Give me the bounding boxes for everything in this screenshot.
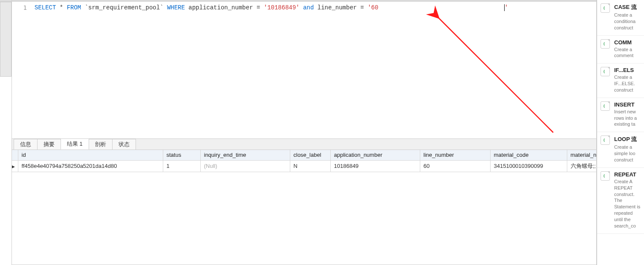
tab-status[interactable]: 状态 bbox=[112, 139, 136, 150]
snippet-title: CASE 流 bbox=[614, 3, 641, 11]
snippet-icon: ( ) bbox=[601, 171, 610, 181]
code-text[interactable]: SELECT * FROM `srm_requirement_pool` WHE… bbox=[31, 2, 596, 138]
svg-text:( ): ( ) bbox=[603, 104, 608, 108]
tab-summary[interactable]: 摘要 bbox=[37, 139, 61, 150]
snippet-title: COMM bbox=[614, 39, 641, 46]
cell-application_number[interactable]: 10186849 bbox=[330, 160, 420, 172]
cell-line_number[interactable]: 60 bbox=[420, 160, 490, 172]
snippet-title: IF...ELS bbox=[614, 67, 641, 73]
cell-id[interactable]: ff458e4e40794a758250a5201da14d80 bbox=[18, 160, 163, 172]
tab-result1[interactable]: 结果 1 bbox=[61, 138, 89, 150]
table-row[interactable]: ▶ff458e4e40794a758250a5201da14d801(Null)… bbox=[12, 160, 596, 172]
snippet-icon: ( ) bbox=[601, 3, 610, 13]
col-material_code[interactable]: material_code bbox=[490, 150, 567, 160]
snippet-title: INSERT bbox=[614, 101, 641, 108]
result-grid[interactable]: idstatusinquiry_end_timeclose_labelappli… bbox=[12, 150, 597, 265]
sql-editor[interactable]: 1 SELECT * FROM `srm_requirement_pool` W… bbox=[12, 0, 597, 139]
row-marker-icon: ▶ bbox=[12, 164, 15, 169]
col-material_n[interactable]: material_n bbox=[567, 150, 596, 160]
snippet-item[interactable]: ( )INSERTInsert new rows into a existing… bbox=[597, 98, 644, 132]
snippet-item[interactable]: ( )COMMCreate a comment bbox=[597, 36, 644, 64]
tab-info[interactable]: 信息 bbox=[14, 139, 38, 150]
cell-status[interactable]: 1 bbox=[163, 160, 200, 172]
tab-profile[interactable]: 剖析 bbox=[89, 139, 113, 150]
line-number: 1 bbox=[23, 4, 27, 11]
snippet-item[interactable]: ( )CASE 流Create a conditiona construct bbox=[597, 0, 644, 36]
row-marker-header bbox=[12, 150, 18, 160]
snippet-title: REPEAT bbox=[614, 171, 641, 178]
col-id[interactable]: id bbox=[18, 150, 163, 160]
snippet-icon: ( ) bbox=[601, 101, 610, 111]
snippet-desc: Create a IF...ELSE. construct bbox=[614, 74, 641, 93]
snippet-title: LOOP 流 bbox=[614, 135, 641, 143]
left-gutter bbox=[0, 0, 12, 265]
snippet-desc: Create A REPEAT construct. The Statement… bbox=[614, 179, 641, 229]
snippet-icon: ( ) bbox=[601, 39, 610, 49]
col-close_label[interactable]: close_label bbox=[290, 150, 330, 160]
snippet-desc: Insert new rows into a existing ta bbox=[614, 109, 641, 128]
line-number-gutter: 1 bbox=[12, 2, 31, 138]
col-status[interactable]: status bbox=[163, 150, 200, 160]
cell-close_label[interactable]: N bbox=[290, 160, 330, 172]
snippets-panel: ( )CASE 流Create a conditiona construct( … bbox=[597, 0, 644, 265]
snippet-desc: Create a simple loo construct bbox=[614, 144, 641, 163]
snippet-icon: ( ) bbox=[601, 135, 610, 145]
col-application_number[interactable]: application_number bbox=[330, 150, 420, 160]
svg-text:( ): ( ) bbox=[603, 138, 608, 142]
svg-text:( ): ( ) bbox=[603, 42, 608, 46]
svg-text:( ): ( ) bbox=[603, 6, 608, 10]
col-line_number[interactable]: line_number bbox=[420, 150, 490, 160]
snippet-item[interactable]: ( )REPEATCreate A REPEAT construct. The … bbox=[597, 168, 644, 234]
snippet-desc: Create a conditiona construct bbox=[614, 12, 641, 31]
cell-material_n[interactable]: 六角螺母;; bbox=[567, 160, 596, 172]
snippet-icon: ( ) bbox=[601, 67, 610, 76]
svg-text:( ): ( ) bbox=[603, 69, 608, 74]
snippet-item[interactable]: ( )IF...ELSCreate a IF...ELSE. construct bbox=[597, 63, 644, 98]
snippet-item[interactable]: ( )LOOP 流Create a simple loo construct bbox=[597, 132, 644, 168]
cell-inquiry_end_time[interactable]: (Null) bbox=[200, 160, 290, 172]
result-tabs: 信息摘要结果 1剖析状态 bbox=[12, 139, 597, 150]
col-inquiry_end_time[interactable]: inquiry_end_time bbox=[200, 150, 290, 160]
cell-material_code[interactable]: 3415100010390099 bbox=[490, 160, 567, 172]
svg-text:( ): ( ) bbox=[603, 174, 608, 178]
snippet-desc: Create a comment bbox=[614, 46, 641, 59]
